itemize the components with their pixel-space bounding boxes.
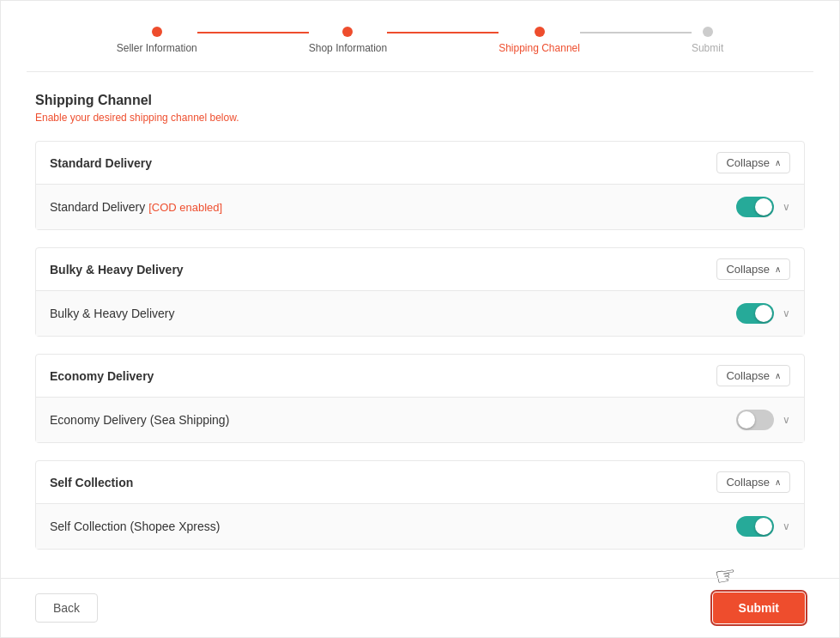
- collapse-label-standard: Collapse: [726, 156, 770, 169]
- item-right-self: ∨: [736, 516, 790, 537]
- delivery-group-self: Self Collection Collapse ∧ Self Collecti…: [35, 460, 805, 550]
- delivery-group-title-bulky: Bulky & Heavy Delivery: [50, 263, 184, 276]
- chevron-down-icon-self[interactable]: ∨: [783, 520, 790, 532]
- step-dot-submit: [703, 27, 713, 37]
- delivery-group-header-bulky: Bulky & Heavy Delivery Collapse ∧: [36, 248, 804, 291]
- toggle-thumb-economy: [738, 411, 755, 428]
- delivery-item-standard: Standard Delivery [COD enabled] ∨: [36, 185, 804, 229]
- delivery-item-bulky: Bulky & Heavy Delivery ∨: [36, 291, 804, 336]
- collapse-label-economy: Collapse: [726, 369, 770, 382]
- toggle-thumb-self: [755, 518, 772, 535]
- chevron-up-icon-bulky: ∧: [775, 264, 781, 274]
- delivery-group-title-standard: Standard Delivery: [50, 156, 152, 170]
- toggle-track-bulky[interactable]: [736, 303, 774, 324]
- step-submit: Submit: [692, 27, 723, 54]
- step-dot-shop: [342, 27, 353, 37]
- footer: Back Submit: [1, 578, 839, 637]
- delivery-group-economy: Economy Delivery Collapse ∧ Economy Deli…: [35, 354, 805, 443]
- delivery-group-standard: Standard Delivery Collapse ∧ Standard De…: [35, 141, 805, 230]
- delivery-group-title-economy: Economy Delivery: [50, 369, 154, 383]
- toggle-track-standard[interactable]: [736, 197, 774, 217]
- step-seller-information: Seller Information: [117, 27, 197, 54]
- collapse-button-economy[interactable]: Collapse ∧: [716, 365, 790, 386]
- toggle-self[interactable]: [736, 516, 774, 537]
- delivery-item-name-economy: Economy Delivery (Sea Shipping): [50, 413, 229, 427]
- chevron-up-icon-economy: ∧: [775, 371, 781, 380]
- step-label-shop: Shop Information: [309, 42, 387, 54]
- step-line-1: [197, 32, 309, 33]
- toggle-track-self[interactable]: [736, 516, 774, 537]
- chevron-down-icon-standard[interactable]: ∨: [783, 201, 790, 213]
- step-label-submit: Submit: [692, 42, 723, 54]
- item-right-bulky: ∨: [736, 303, 790, 324]
- collapse-button-self[interactable]: Collapse ∧: [716, 471, 790, 493]
- item-right-standard: ∨: [736, 197, 790, 217]
- delivery-group-header-standard: Standard Delivery Collapse ∧: [36, 142, 804, 185]
- toggle-bulky[interactable]: [736, 303, 774, 324]
- delivery-group-title-self: Self Collection: [50, 476, 133, 489]
- delivery-group-header-self: Self Collection Collapse ∧: [36, 461, 804, 504]
- delivery-item-economy: Economy Delivery (Sea Shipping) ∨: [36, 398, 804, 442]
- step-label-seller: Seller Information: [117, 42, 197, 54]
- toggle-thumb-bulky: [755, 305, 772, 322]
- chevron-down-icon-economy[interactable]: ∨: [783, 414, 790, 426]
- chevron-down-icon-bulky[interactable]: ∨: [783, 307, 790, 319]
- delivery-group-header-economy: Economy Delivery Collapse ∧: [36, 355, 804, 398]
- collapse-button-standard[interactable]: Collapse ∧: [716, 152, 790, 173]
- step-line-2: [387, 32, 499, 33]
- collapse-label-bulky: Collapse: [726, 263, 770, 276]
- step-label-shipping: Shipping Channel: [499, 42, 580, 54]
- stepper: Seller Information Shop Information Ship…: [1, 1, 839, 71]
- step-dot-shipping: [535, 27, 545, 37]
- collapse-button-bulky[interactable]: Collapse ∧: [716, 258, 790, 280]
- step-shipping-channel: Shipping Channel: [499, 27, 580, 54]
- page-wrapper: Seller Information Shop Information Ship…: [0, 0, 840, 638]
- back-button[interactable]: Back: [35, 593, 98, 623]
- submit-button[interactable]: Submit: [713, 592, 805, 623]
- delivery-item-name-self: Self Collection (Shopee Xpress): [50, 520, 220, 533]
- delivery-group-bulky: Bulky & Heavy Delivery Collapse ∧ Bulky …: [35, 247, 805, 337]
- delivery-item-self: Self Collection (Shopee Xpress) ∨: [36, 504, 804, 549]
- chevron-up-icon-self: ∧: [775, 477, 781, 487]
- delivery-item-name-bulky: Bulky & Heavy Delivery: [50, 307, 175, 320]
- main-content: Shipping Channel Enable your desired shi…: [1, 72, 839, 587]
- step-line-3: [580, 32, 692, 33]
- toggle-standard[interactable]: [736, 197, 774, 217]
- step-dot-seller: [152, 27, 162, 37]
- section-title: Shipping Channel: [35, 93, 805, 108]
- cod-badge-standard: [COD enabled]: [148, 201, 222, 214]
- toggle-economy[interactable]: [736, 410, 774, 430]
- step-shop-information: Shop Information: [309, 27, 387, 54]
- toggle-thumb-standard: [755, 198, 772, 216]
- collapse-label-self: Collapse: [726, 476, 770, 489]
- chevron-up-icon-standard: ∧: [775, 158, 781, 167]
- toggle-track-economy[interactable]: [736, 410, 774, 430]
- delivery-item-name-standard: Standard Delivery [COD enabled]: [50, 200, 222, 214]
- item-right-economy: ∨: [736, 410, 790, 430]
- section-desc: Enable your desired shipping channel bel…: [35, 112, 805, 124]
